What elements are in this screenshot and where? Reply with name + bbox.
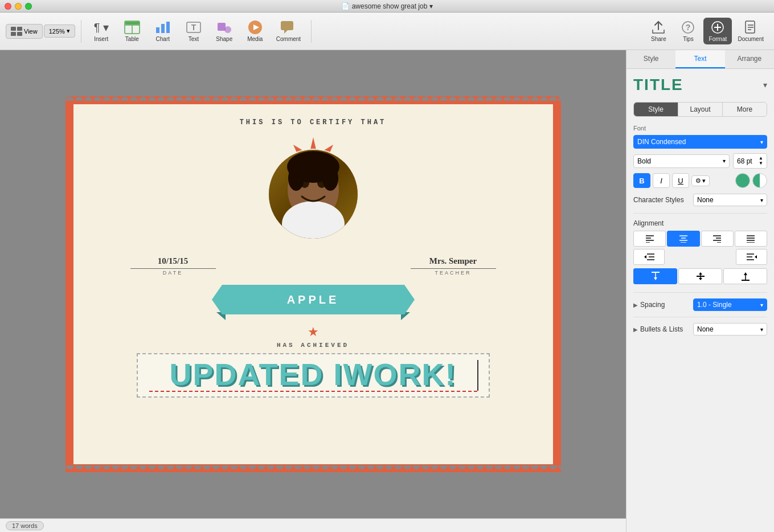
toolbar-right-group: Share ? Tips Format Document (644, 18, 768, 44)
chevron-down-icon[interactable]: ▾ (763, 80, 767, 89)
tips-button[interactable]: ? Tips (674, 18, 702, 44)
divider-3 (633, 317, 767, 317)
chevron-down-icon: ▾ (760, 139, 763, 145)
spacing-row[interactable]: ▶ Spacing 1.0 - Single ▾ (633, 298, 767, 311)
banner-container: APPLE (222, 280, 404, 320)
achievement-box[interactable]: UPDATED IWORK! (137, 353, 490, 398)
share-button[interactable]: Share (644, 18, 673, 44)
subtab-layout[interactable]: Layout (678, 103, 723, 116)
valign-bottom-button[interactable] (723, 268, 767, 284)
right-panel: Style Text Arrange TITLE ▾ Style Layout … (626, 50, 774, 532)
close-button[interactable] (5, 3, 11, 10)
comment-button[interactable]: Comment (272, 18, 305, 44)
text-button[interactable]: T Text (179, 18, 208, 44)
text-cursor (477, 360, 478, 391)
svg-rect-5 (161, 24, 165, 33)
word-count-badge: 17 words (6, 521, 44, 530)
bold-button[interactable]: B (633, 173, 650, 188)
style-title-row: TITLE ▾ (633, 76, 767, 94)
font-color-half-button[interactable] (752, 173, 767, 188)
bullets-select[interactable]: None ▾ (693, 323, 767, 335)
font-color-button[interactable] (735, 173, 750, 188)
format-button[interactable]: Format (703, 18, 732, 44)
indent-increase-button[interactable] (736, 249, 767, 265)
text-options-button[interactable]: ⚙ ▾ (691, 175, 710, 186)
subtab-style[interactable]: Style (634, 103, 678, 116)
star-icon: ★ (308, 325, 319, 339)
char-styles-label: Character Styles (633, 196, 684, 204)
svg-marker-14 (284, 30, 288, 34)
date-value: 10/15/15 (158, 256, 188, 266)
document-icon (742, 20, 759, 35)
font-size-stepper[interactable]: ▲ ▼ (759, 156, 763, 166)
sub-tabs: Style Layout More (633, 102, 767, 117)
toolbar: View 125% ▾ ¶ ▾ Insert Table Chart T Tex… (0, 13, 774, 50)
toolbar-divider-2 (311, 20, 312, 43)
svg-point-10 (224, 26, 231, 33)
date-sig: 10/15/15 DATE (130, 256, 216, 276)
traffic-lights[interactable] (5, 3, 32, 10)
title-icon: 📄 (341, 2, 350, 10)
indent-row (633, 249, 767, 265)
valign-middle-button[interactable] (678, 268, 722, 284)
zoom-button[interactable]: 125% ▾ (44, 24, 75, 38)
tab-style[interactable]: Style (626, 50, 675, 68)
align-center-button[interactable] (667, 231, 699, 247)
view-button[interactable]: View (6, 24, 43, 39)
tips-icon: ? (679, 20, 697, 35)
insert-button[interactable]: ¶ ▾ Insert (87, 18, 116, 44)
fullscreen-button[interactable] (25, 3, 32, 10)
chart-button[interactable]: Chart (149, 18, 177, 44)
svg-text:?: ? (686, 23, 691, 32)
chevron-down-icon: ▾ (760, 197, 763, 203)
chevron-down-icon: ▾ (760, 326, 763, 333)
chevron-down-icon: ▾ (702, 177, 706, 185)
main-area: THIS IS TO CERTIFY THAT (0, 50, 774, 532)
underline-button[interactable]: U (672, 173, 689, 188)
font-name-row: DIN Condensed ▾ (633, 135, 767, 149)
photo-circle (269, 150, 358, 239)
valign-top-button[interactable] (633, 268, 677, 284)
shape-icon (216, 20, 233, 35)
table-icon (124, 20, 141, 35)
tab-arrange[interactable]: Arrange (725, 50, 774, 68)
text-icon: T (185, 20, 202, 35)
certificate-inner: THIS IS TO CERTIFY THAT (73, 104, 553, 464)
char-styles-select[interactable]: None ▾ (693, 194, 767, 206)
tab-text[interactable]: Text (675, 50, 724, 68)
spacing-label: ▶ Spacing (633, 301, 665, 309)
teacher-label: TEACHER (435, 270, 471, 276)
font-size-down[interactable]: ▼ (759, 161, 763, 166)
font-section-label: Font (633, 125, 767, 132)
panel-content: TITLE ▾ Style Layout More Font DIN Conde… (626, 69, 774, 532)
font-weight-select[interactable]: Bold ▾ (633, 154, 730, 168)
svg-rect-4 (156, 27, 159, 33)
canvas-scroll[interactable]: THIS IS TO CERTIFY THAT (0, 50, 626, 518)
minimize-button[interactable] (15, 3, 22, 10)
media-button[interactable]: Media (241, 18, 269, 44)
svg-point-40 (322, 166, 338, 191)
insert-icon: ¶ ▾ (93, 20, 110, 35)
spacing-select[interactable]: 1.0 - Single ▾ (693, 298, 767, 311)
style-title: TITLE (633, 76, 683, 94)
banner-tail-right (404, 285, 415, 314)
subtab-more[interactable]: More (723, 103, 767, 116)
table-button[interactable]: Table (118, 18, 146, 44)
chevron-down-icon: ▾ (723, 158, 726, 164)
align-left-button[interactable] (633, 231, 666, 247)
bullets-row[interactable]: ▶ Bullets & Lists None ▾ (633, 323, 767, 335)
align-right-button[interactable] (701, 231, 734, 247)
document-button[interactable]: Document (733, 18, 768, 44)
font-size-input[interactable]: 68 pt ▲ ▼ (733, 153, 767, 169)
divider (633, 213, 767, 214)
indent-decrease-button[interactable] (633, 249, 665, 265)
svg-point-39 (288, 166, 304, 191)
chevron-down-icon[interactable]: ▾ (429, 2, 433, 10)
italic-button[interactable]: I (653, 173, 670, 188)
align-justify-button[interactable] (735, 231, 767, 247)
shape-button[interactable]: Shape (210, 18, 239, 44)
certificate-container: THIS IS TO CERTIFY THAT (65, 96, 561, 472)
font-name-select[interactable]: DIN Condensed ▾ (633, 135, 767, 149)
chevron-down-icon: ▾ (67, 27, 70, 35)
font-size-up[interactable]: ▲ (759, 156, 763, 161)
